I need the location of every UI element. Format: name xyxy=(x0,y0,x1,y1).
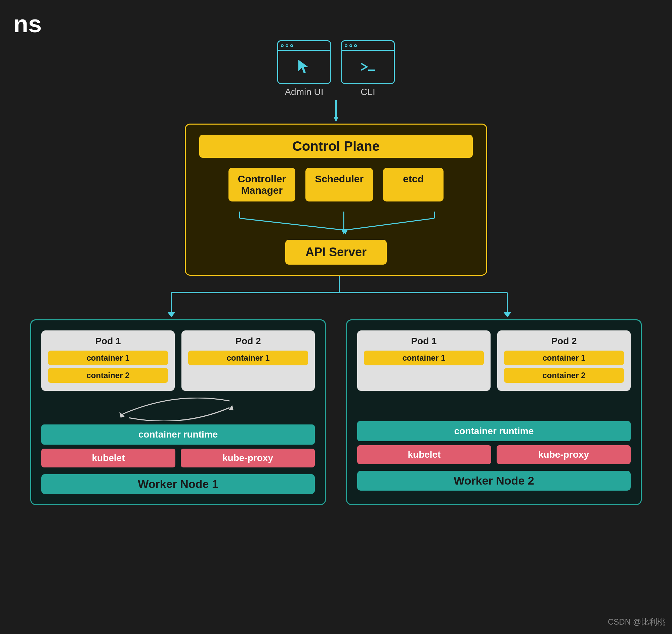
dot4 xyxy=(345,44,347,47)
wn1-curved-arrows xyxy=(41,397,317,421)
wn2-runtime: container runtime xyxy=(357,421,631,441)
wn2-pod2: Pod 2 container 1 container 2 xyxy=(497,331,631,391)
wn1-pod2: Pod 2 container 1 xyxy=(181,331,315,391)
page-title: ns xyxy=(14,10,42,38)
wn2-pod2-container1: container 1 xyxy=(504,350,624,365)
cli-label: CLI xyxy=(361,87,375,97)
dot1 xyxy=(281,44,284,47)
api-server-box: API Server xyxy=(285,240,387,265)
wn2-spacer xyxy=(357,397,631,421)
wn2-kube-proxy: kube-proxy xyxy=(496,445,631,464)
svg-marker-3 xyxy=(334,117,338,122)
svg-line-5 xyxy=(239,218,344,230)
wn2-label: Worker Node 2 xyxy=(357,471,631,491)
wn2-pod1: Pod 1 container 1 xyxy=(357,331,491,391)
wn1-pod1: Pod 1 container 1 container 2 xyxy=(41,331,175,391)
controller-manager-box: ControllerManager xyxy=(229,168,295,201)
worker-node-1: Pod 1 container 1 container 2 Pod 2 cont… xyxy=(30,319,326,505)
wn1-label: Worker Node 1 xyxy=(41,474,315,494)
wn2-pod2-title: Pod 2 xyxy=(504,336,624,346)
wn1-pod1-title: Pod 1 xyxy=(48,336,168,346)
wn1-pod1-container1: container 1 xyxy=(48,350,168,365)
wn2-pods-row: Pod 1 container 1 Pod 2 container 1 cont… xyxy=(357,331,631,391)
dot6 xyxy=(354,44,357,47)
admin-ui-titlebar xyxy=(278,41,330,51)
cli-titlebar xyxy=(342,41,394,51)
wn2-pod1-container1: container 1 xyxy=(364,350,484,365)
page-container: ns CSDN @比利桃 Admin UI xyxy=(0,0,672,634)
control-plane-section: Control Plane ControllerManager Schedule… xyxy=(185,124,487,276)
cli-terminal-icon xyxy=(360,51,376,83)
wn2-bottom-row: kubelet kube-proxy xyxy=(357,445,631,464)
scheduler-box: Scheduler xyxy=(305,168,373,201)
wn1-pod1-container2: container 2 xyxy=(48,368,168,383)
wn1-kube-proxy: kube-proxy xyxy=(181,449,315,467)
svg-line-10 xyxy=(345,218,435,230)
top-section: Admin UI CLI xyxy=(277,40,395,124)
svg-marker-19 xyxy=(119,412,125,418)
worker-node-2: Pod 1 container 1 Pod 2 container 1 cont… xyxy=(346,319,642,505)
control-plane-box: Control Plane ControllerManager Schedule… xyxy=(185,124,487,276)
wn1-kubelet: kubelet xyxy=(41,449,176,467)
wn2-kubelet: kubelet xyxy=(357,445,491,464)
etcd-box: etcd xyxy=(383,168,443,201)
cp-components-row: ControllerManager Scheduler etcd xyxy=(199,168,473,201)
control-plane-title: Control Plane xyxy=(199,135,473,158)
admin-ui-label: Admin UI xyxy=(284,87,323,97)
wn1-pods-row: Pod 1 container 1 container 2 Pod 2 cont… xyxy=(41,331,315,391)
svg-marker-20 xyxy=(229,405,233,410)
wn1-bottom-row: kubelet kube-proxy xyxy=(41,449,315,467)
wn1-pod2-title: Pod 2 xyxy=(188,336,308,346)
wn1-runtime: container runtime xyxy=(41,424,315,445)
wn2-pod1-title: Pod 1 xyxy=(364,336,484,346)
connection-svg xyxy=(20,276,658,319)
arrow-to-control-plane xyxy=(333,100,339,124)
dot2 xyxy=(285,44,288,47)
admin-cli-row: Admin UI CLI xyxy=(277,40,395,97)
wn1-pod2-container1: container 1 xyxy=(188,350,308,365)
dot5 xyxy=(349,44,352,47)
watermark: CSDN @比利桃 xyxy=(608,616,665,627)
worker-nodes-row: Pod 1 container 1 container 2 Pod 2 cont… xyxy=(17,319,655,505)
svg-marker-18 xyxy=(503,312,511,317)
svg-marker-15 xyxy=(167,312,176,317)
admin-ui-window xyxy=(277,40,331,84)
cli-window xyxy=(341,40,395,84)
connection-arrows xyxy=(20,276,658,319)
admin-ui-cursor-icon xyxy=(296,51,312,83)
wn2-pod2-container2: container 2 xyxy=(504,368,624,383)
cp-arrows-svg xyxy=(199,212,488,238)
dot3 xyxy=(290,44,293,47)
svg-marker-0 xyxy=(298,60,308,73)
